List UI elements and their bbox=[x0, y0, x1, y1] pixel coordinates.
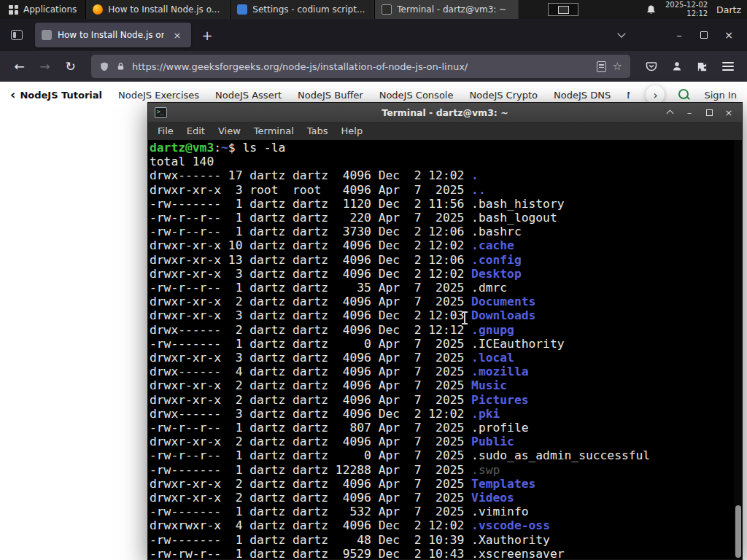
chevron-left-icon: ‹ bbox=[10, 88, 15, 101]
terminal-title: Terminal - dartz@vm3: ~ bbox=[148, 107, 742, 118]
terminal-scrollbar[interactable] bbox=[734, 140, 742, 559]
window-close-button[interactable]: × bbox=[716, 24, 741, 46]
terminal-line: drwxr-xr-x 2 dartz dartz 4096 Apr 7 2025… bbox=[150, 378, 742, 392]
terminal-line: drwxr-xr-x 2 dartz dartz 4096 Apr 7 2025… bbox=[150, 477, 742, 491]
pocket-save-button[interactable] bbox=[639, 55, 663, 78]
terminal-menu-view[interactable]: View bbox=[212, 124, 247, 138]
terminal-output[interactable]: dartz@vm3:~$ ls -latotal 140drwx------ 1… bbox=[148, 140, 742, 559]
terminal-line: drwxr-xr-x 13 dartz dartz 4096 Dec 2 12:… bbox=[150, 253, 742, 267]
nav-item-nodejs-tutorial[interactable]: ‹ NodeJS Tutorial bbox=[10, 88, 102, 101]
nav-back-label: NodeJS Tutorial bbox=[20, 90, 102, 101]
terminal-titlebar[interactable]: Terminal - dartz@vm3: ~ – × bbox=[148, 103, 742, 122]
terminal-line: drwxr-xr-x 2 dartz dartz 4096 Apr 7 2025… bbox=[150, 295, 742, 308]
taskbar-window-title: Settings - codium script... bbox=[252, 4, 365, 15]
extensions-button[interactable] bbox=[690, 55, 714, 78]
navigation-toolbar: ← → ↻ https://www.geeksforgeeks.org/node… bbox=[0, 51, 747, 82]
tracking-shield-icon[interactable] bbox=[99, 61, 109, 72]
window-controls: – × bbox=[611, 24, 741, 46]
applications-menu-button[interactable]: Applications bbox=[0, 0, 85, 19]
terminal-line: drwxr-xr-x 2 dartz dartz 4096 Apr 7 2025… bbox=[150, 435, 742, 448]
terminal-maximize-button[interactable] bbox=[703, 106, 716, 119]
tab-close-icon[interactable]: × bbox=[170, 28, 185, 42]
user-menu[interactable]: Dartz bbox=[716, 4, 741, 15]
window-minimize-button[interactable]: – bbox=[667, 24, 692, 46]
taskbar-window-settings[interactable]: Settings - codium script... bbox=[230, 0, 374, 19]
reader-view-icon[interactable] bbox=[597, 61, 606, 72]
nav-item-nodejs-console[interactable]: NodeJS Console bbox=[379, 90, 454, 101]
url-text: https://www.geeksforgeeks.org/node-js/in… bbox=[132, 61, 590, 72]
workspace-switcher[interactable] bbox=[548, 3, 578, 16]
list-all-tabs-button[interactable] bbox=[611, 25, 632, 45]
terminal-line: drwxr-xr-x 3 dartz dartz 4096 Apr 7 2025… bbox=[150, 351, 742, 365]
terminal-window-controls: – × bbox=[663, 106, 742, 119]
terminal-line: -rw------- 1 dartz dartz 1120 Dec 2 11:5… bbox=[150, 197, 742, 211]
taskbar-status-area: 2025-12-02 12:12 Dartz bbox=[640, 0, 747, 19]
firefox-view-icon bbox=[11, 30, 23, 40]
chevron-down-icon bbox=[617, 29, 625, 37]
terminal-line: -rw------- 1 dartz dartz 12288 Apr 7 202… bbox=[150, 463, 742, 477]
forward-button[interactable]: → bbox=[33, 55, 57, 78]
terminal-close-button[interactable]: × bbox=[722, 106, 735, 119]
terminal-menu-edit[interactable]: Edit bbox=[180, 124, 212, 138]
terminal-menubar: FileEditViewTerminalTabsHelp bbox=[148, 122, 742, 140]
taskbar-window-list: How to Install Node.js o...Settings - co… bbox=[85, 0, 519, 19]
terminal-line: dartz@vm3:~$ ls -la bbox=[150, 141, 742, 155]
sign-in-link[interactable]: Sign In bbox=[704, 90, 737, 101]
workspace-window-icon bbox=[558, 6, 569, 14]
terminal-line: -rw-r--r-- 1 dartz dartz 3730 Dec 2 12:0… bbox=[150, 225, 742, 238]
nav-item-nodejs-crypto[interactable]: NodeJS Crypto bbox=[469, 90, 538, 101]
tab-favicon bbox=[42, 30, 52, 40]
taskbar-window-firefox[interactable]: How to Install Node.js o... bbox=[85, 0, 230, 19]
terminal-line: drwxr-xr-x 3 dartz dartz 4096 Dec 2 12:0… bbox=[150, 267, 742, 281]
app-menu-button[interactable] bbox=[716, 55, 740, 78]
nav-item-nodejs-dns[interactable]: NodeJS DNS bbox=[554, 90, 611, 101]
terminal-menu-help[interactable]: Help bbox=[335, 124, 370, 138]
new-tab-button[interactable]: + bbox=[197, 25, 217, 45]
terminal-line: -rw-r--r-- 1 dartz dartz 35 Apr 7 2025 .… bbox=[150, 281, 742, 295]
terminal-line: -rw-r--r-- 1 dartz dartz 0 Apr 7 2025 .s… bbox=[150, 448, 742, 462]
nav-item-nodejs-buffer[interactable]: NodeJS Buffer bbox=[298, 90, 363, 101]
lock-icon[interactable] bbox=[116, 61, 125, 71]
terminal-menu-file[interactable]: File bbox=[151, 124, 180, 138]
terminal-line: drwxr-xr-x 3 dartz dartz 4096 Dec 2 12:0… bbox=[150, 308, 742, 322]
reload-button[interactable]: ↻ bbox=[58, 55, 82, 78]
extensions-puzzle-icon bbox=[697, 61, 708, 72]
account-button[interactable] bbox=[665, 55, 689, 78]
nav-item-node[interactable]: Node bbox=[627, 90, 630, 101]
nav-item-nodejs-assert[interactable]: NodeJS Assert bbox=[215, 90, 282, 101]
clock-time: 12:12 bbox=[665, 9, 708, 19]
terminal-line: drwxr-xr-x 2 dartz dartz 4096 Apr 7 2025… bbox=[150, 491, 742, 505]
terminal-shade-button[interactable] bbox=[663, 106, 676, 119]
scrollbar-thumb[interactable] bbox=[735, 505, 741, 558]
applications-icon bbox=[9, 5, 18, 15]
terminal-menu-terminal[interactable]: Terminal bbox=[247, 124, 301, 138]
maximize-icon bbox=[700, 31, 708, 39]
window-maximize-button[interactable] bbox=[692, 24, 716, 46]
hamburger-menu-icon bbox=[722, 62, 734, 71]
terminal-line: drwxr-xr-x 10 dartz dartz 4096 Dec 2 12:… bbox=[150, 238, 742, 252]
terminal-line: drwx------ 17 dartz dartz 4096 Dec 2 12:… bbox=[150, 168, 742, 182]
terminal-app-icon bbox=[155, 107, 167, 118]
notifications-bell-icon[interactable] bbox=[646, 4, 657, 15]
applications-label: Applications bbox=[23, 4, 77, 15]
terminal-line: total 140 bbox=[150, 155, 742, 168]
taskbar-window-terminal[interactable]: Terminal - dartz@vm3: ~ bbox=[374, 0, 519, 19]
terminal-minimize-button[interactable]: – bbox=[683, 106, 696, 119]
browser-tab-active[interactable]: How to Install Node.js on × bbox=[35, 23, 191, 47]
nav-links: NodeJS ExercisesNodeJS AssertNodeJS Buff… bbox=[118, 90, 630, 101]
back-button[interactable]: ← bbox=[7, 55, 31, 78]
nav-item-nodejs-exercises[interactable]: NodeJS Exercises bbox=[118, 90, 199, 101]
terminal-menu-tabs[interactable]: Tabs bbox=[301, 124, 335, 138]
url-bar[interactable]: https://www.geeksforgeeks.org/node-js/in… bbox=[91, 55, 630, 78]
terminal-line: -rw------- 1 dartz dartz 48 Dec 2 10:39 … bbox=[150, 533, 742, 547]
clock[interactable]: 2025-12-02 12:12 bbox=[665, 1, 708, 19]
terminal-window: Terminal - dartz@vm3: ~ – × FileEditView… bbox=[147, 102, 743, 560]
search-icon[interactable] bbox=[678, 88, 691, 101]
terminal-lines: dartz@vm3:~$ ls -latotal 140drwx------ 1… bbox=[150, 141, 742, 559]
firefox-view-button[interactable] bbox=[6, 25, 28, 45]
chevron-up-icon bbox=[666, 110, 673, 117]
account-person-icon bbox=[671, 61, 683, 72]
desktop-taskbar: Applications How to Install Node.js o...… bbox=[0, 0, 747, 19]
bookmark-star-icon[interactable]: ☆ bbox=[613, 61, 622, 72]
settings-icon bbox=[237, 4, 247, 15]
